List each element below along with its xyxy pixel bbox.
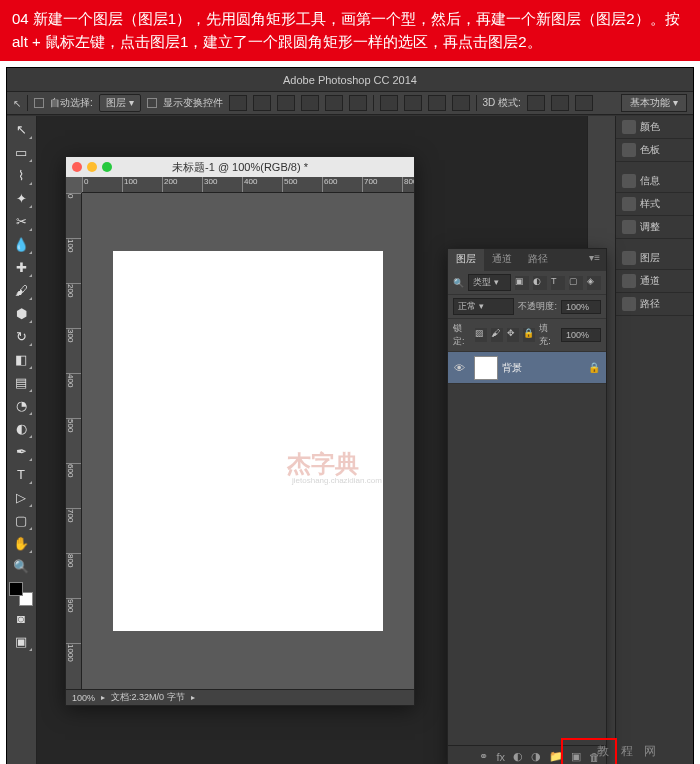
blur-tool[interactable]: ◔ — [9, 394, 33, 416]
layer-item-background[interactable]: 👁 背景 🔒 — [448, 352, 606, 384]
adjust-icon — [622, 220, 636, 234]
filter-kind-icon[interactable]: ▢ — [569, 276, 583, 290]
distribute-icon[interactable] — [404, 95, 422, 111]
pen-tool[interactable]: ✒ — [9, 440, 33, 462]
distribute-icon[interactable] — [380, 95, 398, 111]
magic-wand-tool[interactable]: ✦ — [9, 187, 33, 209]
canvas-viewport[interactable] — [82, 193, 414, 689]
canvas[interactable] — [113, 251, 383, 631]
crop-tool[interactable]: ✂ — [9, 210, 33, 232]
status-arrow-icon[interactable]: ▸ — [191, 693, 195, 702]
fill-input[interactable]: 100% — [561, 328, 601, 342]
show-transform-checkbox[interactable] — [147, 98, 157, 108]
align-icon[interactable] — [325, 95, 343, 111]
options-bar: ↖ 自动选择: 图层 ▾ 显示变换控件 3D 模式: 基本功能 ▾ — [7, 91, 693, 115]
zoom-arrow-icon[interactable]: ▸ — [101, 693, 105, 702]
filter-kind-icon[interactable]: ▣ — [515, 276, 529, 290]
filter-type-dropdown[interactable]: 类型 ▾ — [468, 274, 511, 291]
layers-icon — [622, 251, 636, 265]
watermark: 教 程 网 — [597, 743, 660, 760]
zoom-tool[interactable]: 🔍 — [9, 555, 33, 577]
visibility-toggle-icon[interactable]: 👁 — [448, 362, 470, 374]
eraser-tool[interactable]: ◧ — [9, 348, 33, 370]
instruction-banner: 04 新建一个图层（图层1），先用圆角矩形工具，画第一个型，然后，再建一个新图层… — [0, 0, 700, 61]
filter-kind-icon[interactable]: T — [551, 276, 565, 290]
hand-tool[interactable]: ✋ — [9, 532, 33, 554]
show-transform-label: 显示变换控件 — [163, 96, 223, 110]
healing-tool[interactable]: ✚ — [9, 256, 33, 278]
filter-search-icon[interactable]: 🔍 — [453, 278, 464, 288]
layer-thumbnail[interactable] — [474, 356, 498, 380]
dock-paths[interactable]: 路径 — [616, 293, 693, 316]
photoshop-window: Adobe Photoshop CC 2014 ↖ 自动选择: 图层 ▾ 显示变… — [6, 67, 694, 764]
adjustment-layer-icon[interactable]: ◑ — [531, 750, 541, 763]
align-icon[interactable] — [301, 95, 319, 111]
foreground-color[interactable] — [9, 582, 23, 596]
eyedropper-tool[interactable]: 💧 — [9, 233, 33, 255]
channels-icon — [622, 274, 636, 288]
dock-layers[interactable]: 图层 — [616, 247, 693, 270]
lock-label: 锁定: — [453, 322, 471, 348]
dock-channels[interactable]: 通道 — [616, 270, 693, 293]
blend-mode-dropdown[interactable]: 正常 ▾ — [453, 298, 514, 315]
quick-mask-toggle[interactable]: ◙ — [9, 607, 33, 629]
screen-mode-toggle[interactable]: ▣ — [9, 630, 33, 652]
workspace-switcher[interactable]: 基本功能 ▾ — [621, 94, 687, 112]
lock-transparency-icon[interactable]: ▨ — [475, 328, 487, 342]
lasso-tool[interactable]: ⌇ — [9, 164, 33, 186]
align-icon[interactable] — [349, 95, 367, 111]
path-select-tool[interactable]: ▷ — [9, 486, 33, 508]
shape-tool[interactable]: ▢ — [9, 509, 33, 531]
lock-icon[interactable]: 🔒 — [588, 362, 600, 373]
lock-position-icon[interactable]: ✥ — [507, 328, 519, 342]
toolbox: ↖ ▭ ⌇ ✦ ✂ 💧 ✚ 🖌 ⬢ ↻ ◧ ▤ ◔ ◐ ✒ T ▷ ▢ ✋ 🔍 … — [7, 116, 37, 764]
gradient-tool[interactable]: ▤ — [9, 371, 33, 393]
mode3d-icon[interactable] — [527, 95, 545, 111]
layer-style-icon[interactable]: fx — [496, 751, 505, 763]
zoom-level[interactable]: 100% — [72, 693, 95, 703]
dock-info[interactable]: 信息 — [616, 170, 693, 193]
mode3d-icon[interactable] — [575, 95, 593, 111]
type-tool[interactable]: T — [9, 463, 33, 485]
mode-3d-label: 3D 模式: — [483, 96, 521, 110]
filter-kind-icon[interactable]: ◐ — [533, 276, 547, 290]
auto-select-dropdown[interactable]: 图层 ▾ — [99, 94, 141, 112]
opacity-label: 不透明度: — [518, 300, 557, 313]
document-window: 未标题-1 @ 100%(RGB/8) * 010020030040050060… — [65, 156, 415, 706]
distribute-icon[interactable] — [452, 95, 470, 111]
color-swatches[interactable] — [9, 582, 33, 606]
align-icon[interactable] — [253, 95, 271, 111]
link-layers-icon[interactable]: ⚭ — [479, 750, 488, 763]
distribute-icon[interactable] — [428, 95, 446, 111]
stamp-tool[interactable]: ⬢ — [9, 302, 33, 324]
auto-select-checkbox[interactable] — [34, 98, 44, 108]
document-statusbar: 100% ▸ 文档:2.32M/0 字节 ▸ — [66, 689, 414, 705]
tab-layers[interactable]: 图层 — [448, 249, 484, 271]
lock-pixels-icon[interactable]: 🖌 — [491, 328, 503, 342]
dock-swatches[interactable]: 色板 — [616, 139, 693, 162]
layer-mask-icon[interactable]: ◐ — [513, 750, 523, 763]
lock-all-icon[interactable]: 🔒 — [523, 328, 535, 342]
document-size: 文档:2.32M/0 字节 — [111, 691, 185, 704]
align-icon[interactable] — [229, 95, 247, 111]
layer-list: 👁 背景 🔒 — [448, 352, 606, 752]
dodge-tool[interactable]: ◐ — [9, 417, 33, 439]
filter-kind-icon[interactable]: ◈ — [587, 276, 601, 290]
app-title: Adobe Photoshop CC 2014 — [7, 71, 693, 89]
brush-tool[interactable]: 🖌 — [9, 279, 33, 301]
move-tool[interactable]: ↖ — [9, 118, 33, 140]
marquee-tool[interactable]: ▭ — [9, 141, 33, 163]
dock-adjust[interactable]: 调整 — [616, 216, 693, 239]
tab-channels[interactable]: 通道 — [484, 249, 520, 271]
dock-color[interactable]: 颜色 — [616, 116, 693, 139]
panel-menu-icon[interactable]: ▾≡ — [583, 249, 606, 271]
dock-styles[interactable]: 样式 — [616, 193, 693, 216]
history-brush-tool[interactable]: ↻ — [9, 325, 33, 347]
fill-label: 填充: — [539, 322, 557, 348]
align-icon[interactable] — [277, 95, 295, 111]
mode3d-icon[interactable] — [551, 95, 569, 111]
opacity-input[interactable]: 100% — [561, 300, 601, 314]
tab-paths[interactable]: 路径 — [520, 249, 556, 271]
layer-name[interactable]: 背景 — [502, 361, 588, 375]
move-tool-icon: ↖ — [13, 98, 21, 109]
